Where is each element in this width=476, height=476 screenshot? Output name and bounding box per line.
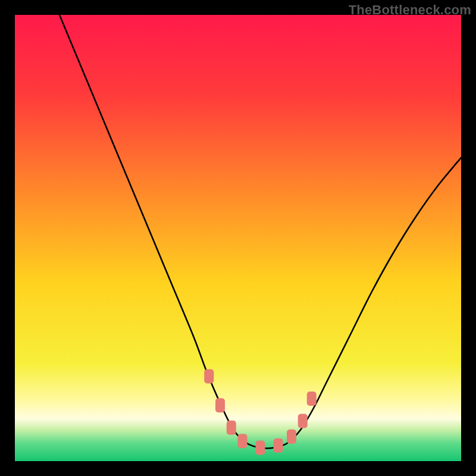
curve-marker (227, 421, 236, 435)
curve-marker (204, 369, 214, 384)
curve-marker (298, 414, 308, 428)
curve-marker (307, 392, 317, 406)
chart-svg (15, 15, 461, 461)
curve-marker (238, 434, 248, 448)
curve-marker (274, 439, 283, 453)
chart-background (15, 15, 461, 461)
curve-marker (256, 441, 265, 455)
watermark-text: TheBottleneck.com (349, 2, 471, 18)
curve-marker (215, 398, 225, 412)
outer-frame: TheBottleneck.com (0, 0, 476, 476)
plot-area (15, 15, 461, 461)
curve-marker (287, 430, 296, 444)
